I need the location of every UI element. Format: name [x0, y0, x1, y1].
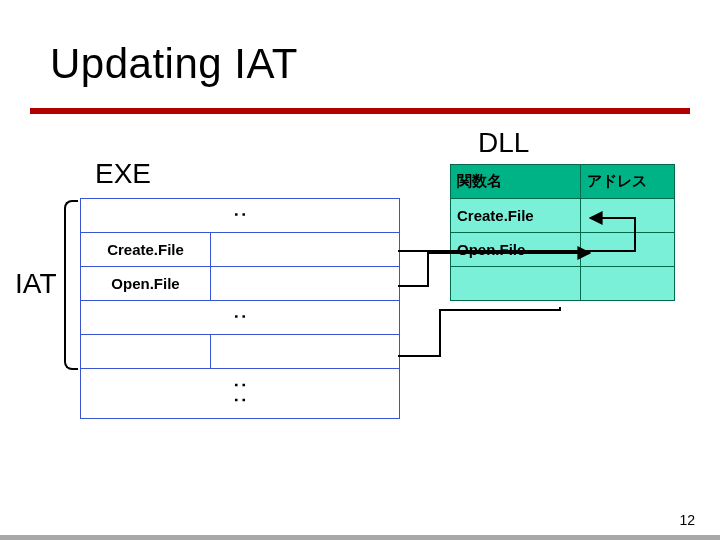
exe-label: EXE	[95, 158, 151, 190]
table-row: : :	[81, 369, 400, 419]
dll-table: 関数名 アドレス Create.File Open.File	[450, 164, 675, 301]
table-row	[81, 335, 400, 369]
table-row: Open.File	[81, 267, 400, 301]
dll-header-addr: アドレス	[580, 165, 674, 199]
dots-cell: :	[81, 301, 400, 335]
dll-func-addr	[580, 199, 674, 233]
table-row	[451, 267, 675, 301]
iat-label: IAT	[15, 268, 56, 300]
empty-cell	[211, 335, 400, 369]
table-row: Create.File	[451, 199, 675, 233]
exe-table: : Create.File Open.File : : :	[80, 198, 400, 419]
table-row: :	[81, 301, 400, 335]
iat-entry-name: Open.File	[81, 267, 211, 301]
dots-cell: : :	[81, 369, 400, 419]
empty-cell	[580, 267, 674, 301]
empty-cell	[81, 335, 211, 369]
dll-label: DLL	[478, 127, 529, 159]
arrow-empty-out	[398, 307, 560, 356]
dll-header-name: 関数名	[451, 165, 581, 199]
dll-func-name: Create.File	[451, 199, 581, 233]
iat-entry-name: Create.File	[81, 233, 211, 267]
table-row: Create.File	[81, 233, 400, 267]
slide-title: Updating IAT	[50, 40, 298, 88]
slide-number: 12	[679, 512, 695, 528]
dll-func-addr	[580, 233, 674, 267]
empty-cell	[451, 267, 581, 301]
title-rule	[30, 108, 690, 114]
dll-func-name: Open.File	[451, 233, 581, 267]
table-row: Open.File	[451, 233, 675, 267]
table-row: 関数名 アドレス	[451, 165, 675, 199]
iat-entry-pointer	[211, 233, 400, 267]
iat-brace	[64, 200, 78, 370]
iat-entry-pointer	[211, 267, 400, 301]
footer-bar	[0, 535, 720, 540]
dots-cell: :	[81, 199, 400, 233]
table-row: :	[81, 199, 400, 233]
